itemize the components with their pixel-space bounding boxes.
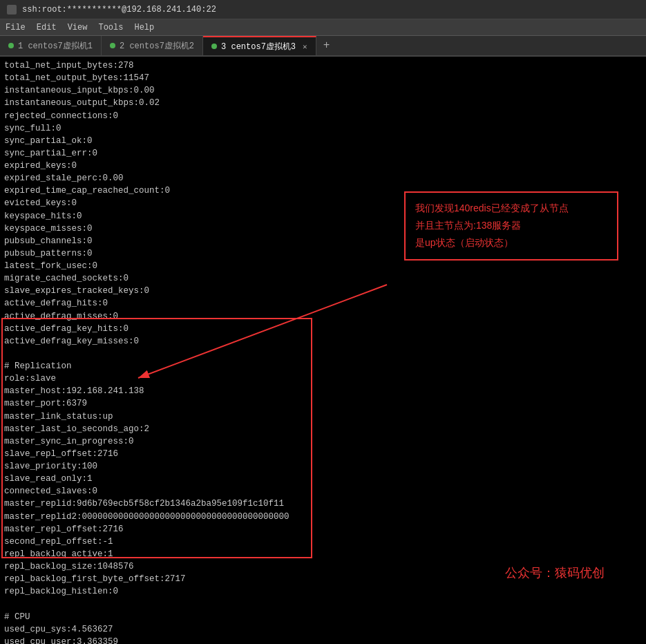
menu-bar: File Edit View Tools Help [0, 19, 646, 36]
tab-2-dot [110, 43, 115, 48]
tab-3[interactable]: 3 centos7虚拟机3 ✕ [203, 36, 316, 55]
tab-3-label: 3 centos7虚拟机3 [221, 41, 296, 53]
app-icon [7, 5, 17, 15]
terminal-content: total_net_input_bytes:278 total_net_outp… [4, 59, 642, 644]
menu-file[interactable]: File [6, 23, 26, 32]
tab-1[interactable]: 1 centos7虚拟机1 [0, 36, 102, 55]
tab-3-dot [211, 44, 217, 49]
title-text: ssh:root:***********@192.168.241.140:22 [22, 5, 216, 15]
tab-bar: 1 centos7虚拟机1 2 centos7虚拟机2 3 centos7虚拟机… [0, 36, 646, 57]
watermark: 公众号：猿码优创 [505, 564, 605, 582]
title-bar: ssh:root:***********@192.168.241.140:22 [0, 0, 646, 19]
menu-view[interactable]: View [68, 23, 88, 32]
tab-2-label: 2 centos7虚拟机2 [120, 40, 194, 52]
watermark-text: 公众号：猿码优创 [505, 566, 605, 580]
annotation-box: 我们发现140redis已经变成了从节点并且主节点为:138服务器是up状态（启… [404, 191, 618, 261]
menu-tools[interactable]: Tools [98, 23, 123, 32]
tab-1-label: 1 centos7虚拟机1 [18, 40, 93, 52]
terminal: total_net_input_bytes:278 total_net_outp… [0, 57, 646, 644]
tab-1-dot [8, 43, 14, 48]
menu-help[interactable]: Help [134, 23, 154, 32]
tab-add-button[interactable]: + [316, 36, 337, 55]
annotation-text: 我们发现140redis已经变成了从节点并且主节点为:138服务器是up状态（启… [415, 202, 569, 248]
tab-3-close[interactable]: ✕ [303, 42, 307, 51]
tab-2[interactable]: 2 centos7虚拟机2 [102, 36, 203, 55]
menu-edit[interactable]: Edit [37, 23, 57, 32]
